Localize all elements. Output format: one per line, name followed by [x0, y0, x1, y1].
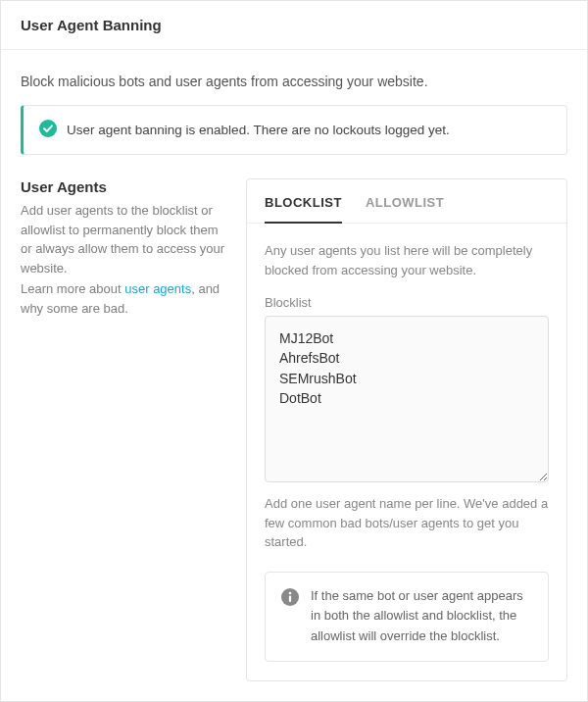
user-agent-banning-panel: User Agent Banning Block malicious bots …	[0, 0, 588, 702]
tabs: BLOCKLIST ALLOWLIST	[247, 179, 566, 224]
page-title: User Agent Banning	[21, 17, 567, 33]
side-column: User Agents Add user agents to the block…	[21, 178, 226, 681]
blocklist-textarea[interactable]	[265, 316, 549, 482]
body-row: User Agents Add user agents to the block…	[1, 178, 587, 701]
status-text: User agent banning is enabled. There are…	[67, 123, 450, 137]
info-icon	[281, 588, 299, 647]
section-desc: Add user agents to the blocklist or allo…	[21, 201, 226, 277]
svg-point-0	[39, 120, 57, 137]
main-column: BLOCKLIST ALLOWLIST Any user agents you …	[246, 178, 567, 681]
info-box: If the same bot or user agent appears in…	[265, 572, 549, 662]
info-text: If the same bot or user agent appears in…	[311, 586, 532, 647]
blocklist-tab-body: Any user agents you list here will be co…	[247, 224, 566, 679]
svg-rect-3	[289, 595, 291, 602]
section-heading: User Agents	[21, 178, 226, 195]
blocklist-desc: Any user agents you list here will be co…	[265, 241, 549, 279]
user-agents-link[interactable]: user agents	[124, 281, 191, 296]
check-circle-icon	[39, 120, 57, 140]
tab-allowlist[interactable]: ALLOWLIST	[366, 179, 444, 224]
status-notice: User agent banning is enabled. There are…	[21, 105, 567, 155]
intro-text: Block malicious bots and user agents fro…	[1, 50, 587, 105]
learn-more-pre: Learn more about	[21, 281, 124, 296]
tab-blocklist[interactable]: BLOCKLIST	[265, 179, 342, 224]
panel-header: User Agent Banning	[1, 1, 587, 50]
svg-point-2	[289, 591, 292, 594]
blocklist-label: Blocklist	[265, 295, 549, 310]
learn-more: Learn more about user agents, and why so…	[21, 279, 226, 318]
blocklist-hint: Add one user agent name per line. We've …	[265, 494, 549, 552]
